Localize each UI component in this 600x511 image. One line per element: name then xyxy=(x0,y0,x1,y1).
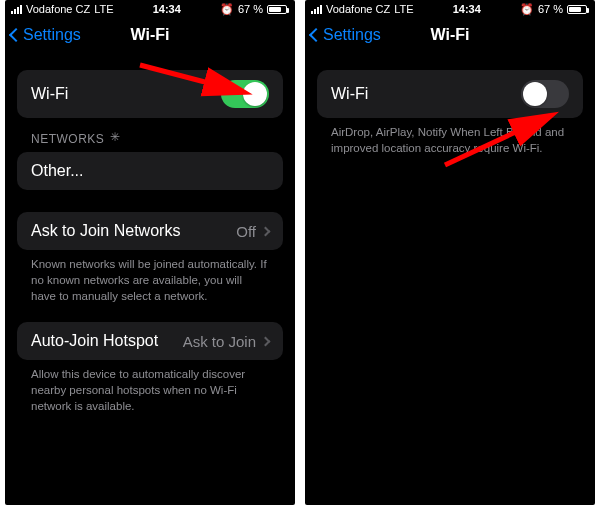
wifi-toggle-cell[interactable]: Wi-Fi xyxy=(17,70,283,118)
alarm-icon: ⏰ xyxy=(220,3,234,16)
networks-section-label: NETWORKS xyxy=(17,118,283,152)
content-area: Wi-Fi NETWORKS Other... Ask to Join Netw… xyxy=(5,52,295,427)
wifi-toggle[interactable] xyxy=(521,80,569,108)
spinner-icon xyxy=(110,133,122,145)
clock-label: 14:34 xyxy=(153,3,181,15)
wifi-off-footer: AirDrop, AirPlay, Notify When Left Behin… xyxy=(317,118,583,168)
back-button[interactable]: Settings xyxy=(5,26,81,44)
auto-join-hotspot-cell[interactable]: Auto-Join Hotspot Ask to Join xyxy=(17,322,283,360)
back-label: Settings xyxy=(323,26,381,44)
clock-label: 14:34 xyxy=(453,3,481,15)
chevron-left-icon xyxy=(309,28,323,42)
wifi-toggle-cell[interactable]: Wi-Fi xyxy=(317,70,583,118)
battery-icon xyxy=(567,5,587,14)
battery-pct-label: 67 % xyxy=(238,3,263,15)
content-area: Wi-Fi AirDrop, AirPlay, Notify When Left… xyxy=(305,52,595,168)
toggle-knob xyxy=(523,82,547,106)
ask-to-join-label: Ask to Join Networks xyxy=(31,222,180,240)
chevron-right-icon xyxy=(261,336,271,346)
status-bar: Vodafone CZ LTE 14:34 ⏰ 67 % xyxy=(305,0,595,18)
network-type-label: LTE xyxy=(94,3,113,15)
toggle-knob xyxy=(243,82,267,106)
alarm-icon: ⏰ xyxy=(520,3,534,16)
carrier-label: Vodafone CZ xyxy=(26,3,90,15)
carrier-label: Vodafone CZ xyxy=(326,3,390,15)
screenshot-wifi-off: Vodafone CZ LTE 14:34 ⏰ 67 % Settings Wi… xyxy=(305,0,595,505)
network-type-label: LTE xyxy=(394,3,413,15)
auto-join-hotspot-footer: Allow this device to automatically disco… xyxy=(17,360,283,426)
wifi-toggle[interactable] xyxy=(221,80,269,108)
status-bar: Vodafone CZ LTE 14:34 ⏰ 67 % xyxy=(5,0,295,18)
signal-bars-icon xyxy=(311,5,322,14)
battery-pct-label: 67 % xyxy=(538,3,563,15)
back-button[interactable]: Settings xyxy=(305,26,381,44)
battery-icon xyxy=(267,5,287,14)
back-label: Settings xyxy=(23,26,81,44)
wifi-label: Wi-Fi xyxy=(331,85,368,103)
auto-join-hotspot-label: Auto-Join Hotspot xyxy=(31,332,158,350)
nav-bar: Settings Wi-Fi xyxy=(5,18,295,52)
signal-bars-icon xyxy=(11,5,22,14)
other-network-cell[interactable]: Other... xyxy=(17,152,283,190)
auto-join-hotspot-value: Ask to Join xyxy=(183,333,256,350)
ask-to-join-value: Off xyxy=(236,223,256,240)
chevron-right-icon xyxy=(261,226,271,236)
nav-bar: Settings Wi-Fi xyxy=(305,18,595,52)
ask-to-join-cell[interactable]: Ask to Join Networks Off xyxy=(17,212,283,250)
wifi-label: Wi-Fi xyxy=(31,85,68,103)
screenshot-wifi-on: Vodafone CZ LTE 14:34 ⏰ 67 % Settings Wi… xyxy=(5,0,295,505)
chevron-left-icon xyxy=(9,28,23,42)
other-label: Other... xyxy=(31,162,83,180)
ask-to-join-footer: Known networks will be joined automatica… xyxy=(17,250,283,316)
